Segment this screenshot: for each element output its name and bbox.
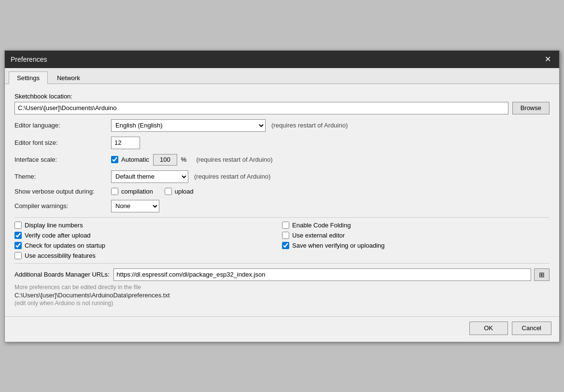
prefs-file-path: C:\Users\[user]\Documents\ArduinoData\pr…: [14, 292, 550, 299]
title-bar: Preferences ✕: [5, 51, 559, 68]
close-button[interactable]: ✕: [542, 54, 553, 65]
upload-wrapper: upload: [165, 188, 194, 195]
sketchbook-input[interactable]: [14, 102, 508, 114]
urls-row: Additional Boards Manager URLs: ⊞: [14, 268, 550, 281]
preferences-dialog: Preferences ✕ Settings Network Sketchboo…: [4, 50, 560, 342]
editor-language-note: (requires restart of Arduino): [271, 122, 348, 129]
bottom-bar: OK Cancel: [5, 316, 559, 342]
verbose-controls: compilation upload: [111, 188, 194, 195]
editor-language-label: Editor language:: [14, 122, 111, 129]
accessibility-checkbox[interactable]: [14, 252, 22, 259]
display-line-numbers-item: Display line numbers: [14, 222, 282, 229]
ok-button[interactable]: OK: [469, 322, 508, 335]
auto-scale-wrapper: Automatic: [111, 156, 149, 163]
divider: [14, 217, 550, 218]
accessibility-label: Use accessibility features: [25, 252, 96, 259]
theme-select[interactable]: Default theme: [111, 170, 188, 183]
theme-label: Theme:: [14, 173, 111, 180]
sketchbook-section: Sketchbook location: Browse: [14, 93, 550, 114]
checkboxes-grid: Display line numbers Enable Code Folding…: [14, 222, 550, 259]
tab-network[interactable]: Network: [49, 71, 88, 84]
theme-row: Theme: Default theme (requires restart o…: [14, 170, 550, 183]
display-line-numbers-label: Display line numbers: [25, 222, 83, 229]
check-updates-item: Check for updates on startup: [14, 242, 282, 249]
sketchbook-row: Browse: [14, 102, 550, 114]
compilation-wrapper: compilation: [111, 188, 153, 195]
enable-code-folding-label: Enable Code Folding: [292, 222, 351, 229]
upload-checkbox[interactable]: [165, 188, 172, 195]
more-prefs-info: More preferences can be edited directly …: [14, 284, 550, 291]
verify-code-checkbox[interactable]: [14, 232, 22, 239]
sketchbook-label: Sketchbook location:: [14, 93, 550, 100]
accessibility-item: Use accessibility features: [14, 252, 282, 259]
editor-font-size-label: Editor font size:: [14, 139, 111, 146]
compiler-warnings-select[interactable]: None: [111, 200, 159, 212]
compiler-warnings-label: Compiler warnings:: [14, 202, 111, 210]
auto-scale-label: Automatic: [121, 156, 149, 163]
scale-percent: %: [181, 156, 187, 163]
verbose-output-label: Show verbose output during:: [14, 188, 111, 195]
verify-code-item: Verify code after upload: [14, 232, 282, 239]
verify-code-label: Verify code after upload: [25, 232, 91, 239]
enable-code-folding-item: Enable Code Folding: [282, 222, 550, 229]
scale-controls: Automatic % (requires restart of Arduino…: [111, 154, 273, 166]
cancel-button[interactable]: Cancel: [512, 322, 551, 335]
auto-scale-checkbox[interactable]: [111, 156, 118, 163]
use-external-editor-checkbox[interactable]: [282, 232, 289, 239]
tab-settings[interactable]: Settings: [9, 71, 48, 84]
editor-language-select[interactable]: English (English): [111, 119, 266, 132]
interface-scale-row: Interface scale: Automatic % (requires r…: [14, 154, 550, 166]
save-verifying-checkbox[interactable]: [282, 242, 289, 249]
check-updates-checkbox[interactable]: [14, 242, 22, 249]
settings-content: Sketchbook location: Browse Editor langu…: [5, 84, 559, 312]
compilation-checkbox[interactable]: [111, 188, 118, 195]
urls-input[interactable]: [113, 268, 531, 281]
divider2: [14, 263, 550, 264]
theme-note: (requires restart of Arduino): [194, 173, 270, 180]
use-external-editor-item: Use external editor: [282, 232, 550, 239]
interface-scale-label: Interface scale:: [14, 156, 111, 163]
interface-scale-note: (requires restart of Arduino): [196, 156, 272, 163]
editor-font-size-input[interactable]: [111, 137, 140, 149]
check-updates-label: Check for updates on startup: [25, 242, 105, 249]
verbose-output-row: Show verbose output during: compilation …: [14, 188, 550, 195]
scale-value-input[interactable]: [153, 154, 177, 166]
tab-bar: Settings Network: [5, 68, 559, 84]
upload-label: upload: [175, 188, 194, 195]
browse-button[interactable]: Browse: [512, 102, 550, 114]
editor-language-row: Editor language: English (English) (requ…: [14, 119, 550, 132]
save-verifying-label: Save when verifying or uploading: [292, 242, 385, 249]
dialog-title: Preferences: [11, 56, 47, 63]
editor-font-size-row: Editor font size:: [14, 137, 550, 149]
edit-note: (edit only when Arduino is not running): [14, 300, 550, 307]
display-line-numbers-checkbox[interactable]: [14, 222, 22, 229]
urls-label: Additional Boards Manager URLs:: [14, 271, 110, 278]
empty-cell: [282, 252, 550, 259]
use-external-editor-label: Use external editor: [292, 232, 345, 239]
save-verifying-item: Save when verifying or uploading: [282, 242, 550, 249]
compilation-label: compilation: [121, 188, 153, 195]
compiler-warnings-row: Compiler warnings: None: [14, 200, 550, 212]
enable-code-folding-checkbox[interactable]: [282, 222, 289, 229]
urls-expand-button[interactable]: ⊞: [534, 268, 550, 281]
